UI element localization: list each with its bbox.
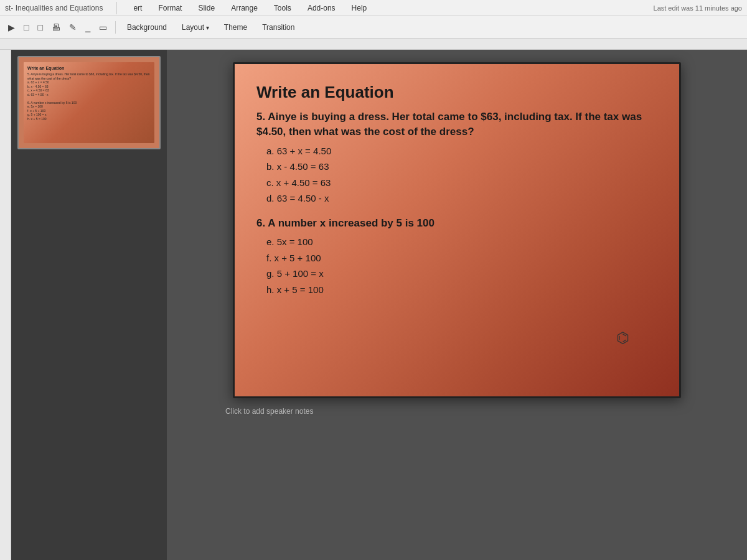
menu-item-slide[interactable]: Slide — [195, 2, 217, 14]
menu-item-tools[interactable]: Tools — [271, 2, 294, 14]
vertical-ruler — [0, 50, 11, 560]
question-6-option-f: f. x + 5 + 100 — [266, 251, 657, 266]
undo-button[interactable]: □ — [21, 21, 32, 34]
content-area: Write an Equation 5. Ainye is buying a d… — [167, 50, 747, 560]
toolbar: ▶ □ □ 🖶 ✎ ⎯ ▭ Background Layout Theme Tr… — [0, 16, 747, 39]
question-5-option-a: a. 63 + x = 4.50 — [266, 144, 657, 159]
pointer-button[interactable]: ✎ — [66, 21, 80, 34]
toolbar-divider — [115, 21, 116, 34]
question-5-block: 5. Ainye is buying a dress. Her total ca… — [256, 110, 657, 206]
divider — [116, 2, 117, 14]
transition-button[interactable]: Transition — [256, 21, 301, 34]
question-6-option-g: g. 5 + 100 = x — [266, 267, 657, 281]
ruler-marks — [0, 39, 747, 49]
question-6-option-h: h. x + 5 = 100 — [266, 283, 657, 297]
thumb-title: Write an Equation — [27, 66, 151, 70]
slide-canvas[interactable]: Write an Equation 5. Ainye is buying a d… — [233, 62, 681, 398]
slide-thumbnail-1[interactable]: Write an Equation 5. Ainye is buying a d… — [17, 56, 161, 149]
line-button[interactable]: ⎯ — [82, 21, 93, 34]
question-5-text: 5. Ainye is buying a dress. Her total ca… — [256, 110, 657, 139]
svg-rect-0 — [171, 39, 731, 49]
theme-button[interactable]: Theme — [218, 21, 253, 34]
last-edit-label: Last edit was 11 minutes ago — [654, 4, 742, 12]
shapes-button[interactable]: ▭ — [96, 21, 110, 34]
menu-item-format[interactable]: Format — [156, 2, 184, 14]
thumb-text: 5. Ainye is buying a dress. Her total ca… — [27, 72, 151, 121]
speaker-notes-placeholder[interactable]: Click to add speaker notes — [220, 404, 693, 418]
toolbar-left: ▶ □ □ 🖶 ✎ ⎯ ▭ — [5, 21, 110, 34]
app-title: st- Inequalities and Equations — [5, 4, 103, 12]
question-5-option-b: b. x - 4.50 = 63 — [266, 160, 657, 174]
question-6-text: 6. A number x increased by 5 is 100 — [256, 216, 657, 231]
print-button[interactable]: 🖶 — [49, 21, 63, 34]
question-6-block: 6. A number x increased by 5 is 100 e. 5… — [256, 216, 657, 297]
redo-button[interactable]: □ — [34, 21, 45, 34]
menu-item-help[interactable]: Help — [349, 2, 370, 14]
filmstrip: Write an Equation 5. Ainye is buying a d… — [11, 50, 167, 560]
speaker-notes-area[interactable]: Click to add speaker notes — [220, 404, 693, 418]
question-5-option-d: d. 63 = 4.50 - x — [266, 192, 657, 206]
main-area: Write an Equation 5. Ainye is buying a d… — [0, 50, 747, 560]
menu-item-addons[interactable]: Add-ons — [305, 2, 338, 14]
slide-thumb-inner: Write an Equation 5. Ainye is buying a d… — [24, 62, 154, 143]
cursor-tool-button[interactable]: ▶ — [5, 21, 18, 34]
hand-cursor-icon: ⌬ — [616, 329, 629, 347]
layout-button[interactable]: Layout — [176, 21, 215, 34]
menu-item-ert[interactable]: ert — [131, 2, 144, 14]
horizontal-ruler — [0, 39, 747, 50]
question-5-option-c: c. x + 4.50 = 63 — [266, 176, 657, 190]
menu-bar: st- Inequalities and Equations ert Forma… — [0, 0, 747, 16]
menu-item-arrange[interactable]: Arrange — [228, 2, 260, 14]
question-6-option-e: e. 5x = 100 — [266, 235, 657, 250]
slide-title: Write an Equation — [256, 83, 657, 102]
background-button[interactable]: Background — [121, 21, 173, 34]
